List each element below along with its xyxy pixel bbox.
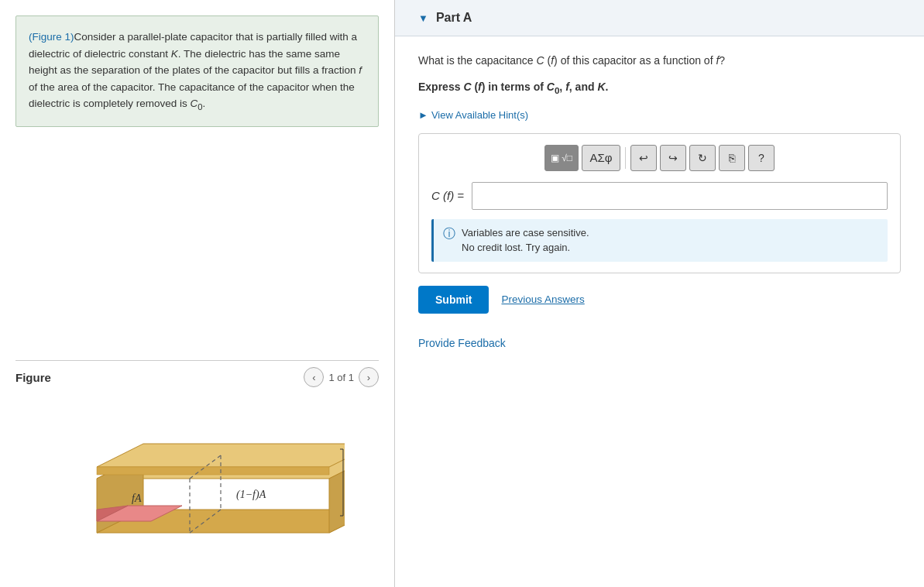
figure-title: Figure — [15, 371, 51, 384]
part-a-title: Part A — [436, 11, 472, 25]
hint-arrow-icon: ► — [418, 109, 428, 121]
redo-icon: ↪ — [668, 152, 678, 164]
capacitor-diagram: fA (1−f)A d ↕ — [50, 401, 345, 572]
previous-answers-link[interactable]: Previous Answers — [501, 294, 584, 305]
info-icon: ⓘ — [443, 226, 455, 242]
refresh-icon: ↻ — [698, 152, 707, 164]
math-toolbar: ▣ √□ ΑΣφ ↩ ↪ ↻ ⎘ ? — [431, 145, 888, 171]
provide-feedback-link[interactable]: Provide Feedback — [418, 337, 506, 349]
next-figure-button[interactable]: › — [359, 367, 379, 387]
figure-image: fA (1−f)A d ↕ — [15, 393, 379, 572]
math-input-box: ▣ √□ ΑΣφ ↩ ↪ ↻ ⎘ ? — [418, 133, 901, 273]
fraction-icon: ▣ √□ — [551, 153, 572, 163]
keyboard-button[interactable]: ⎘ — [719, 145, 745, 171]
figure-nav: ‹ 1 of 1 › — [304, 367, 379, 387]
math-answer-input[interactable] — [472, 182, 888, 210]
toolbar-separator-1 — [625, 147, 626, 169]
fraction-template-button[interactable]: ▣ √□ — [544, 145, 579, 171]
express-text: Express C (f) in terms of C0, f, and K. — [418, 78, 901, 98]
info-box: ⓘ Variables are case sensitive. No credi… — [431, 219, 888, 262]
hint-link-label: View Available Hint(s) — [431, 109, 528, 121]
problem-body: Consider a parallel-plate capacitor that… — [29, 31, 362, 109]
svg-text:(1−f)A: (1−f)A — [236, 489, 266, 501]
keyboard-icon: ⎘ — [729, 152, 735, 164]
svg-text:fA: fA — [132, 493, 142, 504]
refresh-button[interactable]: ↻ — [689, 145, 716, 171]
collapse-part-a-button[interactable]: ▼ — [418, 12, 428, 24]
part-a-header: ▼ Part A — [395, 0, 924, 36]
undo-icon: ↩ — [639, 152, 648, 164]
figure-counter: 1 of 1 — [328, 372, 354, 383]
right-panel: ▼ Part A What is the capacitance C (f) o… — [395, 0, 924, 587]
greek-icon: ΑΣφ — [589, 151, 612, 164]
undo-button[interactable]: ↩ — [630, 145, 657, 171]
svg-marker-5 — [97, 467, 329, 475]
problem-text-box: (Figure 1)Consider a parallel-plate capa… — [15, 15, 379, 127]
figure-section: Figure ‹ 1 of 1 › — [15, 345, 379, 572]
math-expression-row: C (f) = — [431, 182, 888, 210]
math-expression-label: C (f) = — [431, 189, 464, 202]
help-button[interactable]: ? — [748, 145, 775, 171]
redo-button[interactable]: ↪ — [660, 145, 686, 171]
question-mark-icon: ? — [758, 152, 764, 164]
info-line-1: Variables are case sensitive. — [462, 225, 589, 241]
part-a-content: What is the capacitance C (f) of this ca… — [395, 36, 924, 365]
hint-link[interactable]: ► View Available Hint(s) — [418, 109, 901, 121]
figure-header: Figure ‹ 1 of 1 › — [15, 360, 379, 387]
left-panel: (Figure 1)Consider a parallel-plate capa… — [0, 0, 395, 587]
greek-symbols-button[interactable]: ΑΣφ — [582, 145, 620, 171]
figure-reference[interactable]: (Figure 1) — [29, 31, 74, 43]
info-line-2: No credit lost. Try again. — [462, 240, 589, 256]
submit-button[interactable]: Submit — [418, 286, 489, 314]
question-text: What is the capacitance C (f) of this ca… — [418, 52, 901, 69]
prev-figure-button[interactable]: ‹ — [304, 367, 324, 387]
action-row: Submit Previous Answers — [418, 286, 901, 314]
